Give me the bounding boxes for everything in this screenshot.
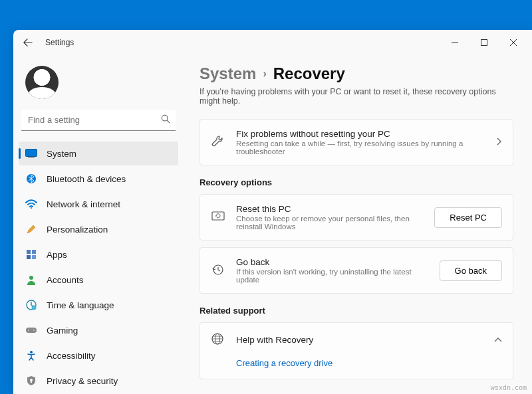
- minimize-button[interactable]: [440, 32, 469, 53]
- sidebar-item-personalization[interactable]: Personalization: [19, 217, 178, 241]
- card-title: Help with Recovery: [236, 335, 483, 345]
- chevron-right-icon: [495, 136, 502, 148]
- page-subtitle: If you're having problems with your PC o…: [200, 87, 513, 106]
- sidebar-item-label: Accessibility: [47, 351, 96, 361]
- card-text: Reset this PC Choose to keep or remove y…: [236, 204, 424, 231]
- app-title: Settings: [45, 38, 74, 47]
- titlebar: Settings: [13, 30, 532, 55]
- apps-icon: [25, 248, 37, 260]
- person-icon: [25, 274, 37, 286]
- link-creating-recovery-drive[interactable]: Creating a recovery drive: [200, 350, 513, 379]
- card-title: Fix problems without resetting your PC: [236, 129, 485, 139]
- minimize-icon: [452, 39, 458, 46]
- help-globe-icon: [211, 332, 225, 347]
- account-header[interactable]: [19, 60, 178, 102]
- watermark: wsxdn.com: [491, 384, 527, 391]
- accessibility-icon: [25, 349, 37, 361]
- card-fix-problems[interactable]: Fix problems without resetting your PC R…: [200, 119, 513, 165]
- card-text: Help with Recovery: [236, 335, 483, 345]
- sidebar-item-label: Gaming: [47, 326, 78, 336]
- card-text: Fix problems without resetting your PC R…: [236, 129, 485, 155]
- reset-icon: [211, 210, 225, 225]
- search-icon: [161, 114, 170, 126]
- sidebar-item-privacy[interactable]: Privacy & security: [19, 369, 178, 393]
- sidebar-item-label: Bluetooth & devices: [47, 174, 126, 184]
- sidebar-item-time-language[interactable]: Time & language: [19, 293, 178, 317]
- section-related-support: Related support: [200, 306, 513, 316]
- avatar-icon: [25, 66, 59, 99]
- svg-rect-3: [28, 157, 35, 158]
- main-content: System › Recovery If you're having probl…: [186, 55, 532, 394]
- gamepad-icon: [25, 324, 37, 336]
- sidebar-item-label: Accounts: [47, 275, 84, 285]
- sidebar-item-label: Personalization: [47, 225, 108, 235]
- wifi-icon: [25, 198, 37, 210]
- breadcrumb-current: Recovery: [273, 64, 345, 83]
- svg-rect-18: [31, 381, 32, 383]
- window-controls: [440, 32, 528, 53]
- section-recovery-options: Recovery options: [200, 177, 513, 187]
- bluetooth-icon: [25, 173, 37, 185]
- maximize-button[interactable]: [469, 32, 499, 53]
- card-title: Go back: [236, 257, 429, 267]
- wrench-icon: [211, 135, 225, 149]
- svg-point-16: [30, 351, 33, 353]
- svg-rect-13: [26, 328, 37, 333]
- card-desc: Choose to keep or remove your personal f…: [236, 215, 424, 231]
- breadcrumb-parent[interactable]: System: [200, 64, 256, 83]
- sidebar-item-gaming[interactable]: Gaming: [19, 318, 178, 342]
- sidebar-item-label: System: [47, 149, 76, 159]
- card-go-back: Go back If this version isn't working, t…: [200, 247, 513, 294]
- svg-point-1: [162, 115, 168, 121]
- system-icon: [25, 148, 37, 159]
- shield-icon: [25, 375, 37, 387]
- sidebar-item-label: Time & language: [47, 300, 114, 310]
- sidebar-item-bluetooth[interactable]: Bluetooth & devices: [19, 167, 178, 191]
- close-icon: [510, 39, 517, 46]
- sidebar-item-label: Apps: [47, 250, 67, 260]
- sidebar-item-apps[interactable]: Apps: [19, 243, 178, 266]
- svg-rect-2: [26, 149, 37, 157]
- svg-point-12: [32, 306, 37, 310]
- svg-point-15: [33, 330, 35, 331]
- settings-window: Settings System Bluetoot: [13, 30, 532, 394]
- globe-clock-icon: [25, 299, 37, 311]
- svg-rect-19: [212, 212, 224, 220]
- sidebar-item-label: Privacy & security: [47, 376, 118, 386]
- svg-point-5: [31, 207, 32, 209]
- reset-pc-button[interactable]: Reset PC: [434, 207, 502, 228]
- sidebar: System Bluetooth & devices Network & int…: [13, 55, 186, 394]
- sidebar-item-accessibility[interactable]: Accessibility: [19, 344, 178, 367]
- svg-point-10: [29, 276, 33, 280]
- body: System Bluetooth & devices Network & int…: [13, 55, 532, 394]
- svg-rect-7: [32, 250, 36, 254]
- close-button[interactable]: [499, 32, 528, 53]
- svg-point-14: [28, 330, 29, 331]
- paintbrush-icon: [25, 223, 37, 235]
- card-reset-pc: Reset this PC Choose to keep or remove y…: [200, 194, 513, 241]
- card-desc: Resetting can take a while — first, try …: [236, 140, 485, 155]
- chevron-right-icon: ›: [263, 68, 266, 80]
- card-text: Go back If this version isn't working, t…: [236, 257, 429, 284]
- chevron-up-icon: [494, 334, 502, 345]
- card-desc: If this version isn't working, try unins…: [236, 268, 429, 284]
- arrow-left-icon: [23, 38, 33, 47]
- go-back-button[interactable]: Go back: [440, 260, 502, 281]
- svg-rect-9: [32, 255, 36, 259]
- sidebar-item-label: Network & internet: [47, 199, 120, 209]
- svg-rect-0: [481, 40, 487, 46]
- search-box: [21, 110, 176, 131]
- back-button[interactable]: [17, 32, 39, 53]
- svg-rect-8: [27, 255, 31, 259]
- sidebar-item-accounts[interactable]: Accounts: [19, 268, 178, 292]
- sidebar-item-system[interactable]: System: [19, 142, 178, 165]
- svg-rect-6: [27, 250, 31, 254]
- sidebar-item-network[interactable]: Network & internet: [19, 192, 178, 216]
- breadcrumb: System › Recovery: [200, 64, 513, 83]
- maximize-icon: [481, 39, 487, 46]
- search-input[interactable]: [21, 110, 176, 131]
- history-icon: [211, 263, 225, 278]
- card-title: Reset this PC: [236, 204, 424, 214]
